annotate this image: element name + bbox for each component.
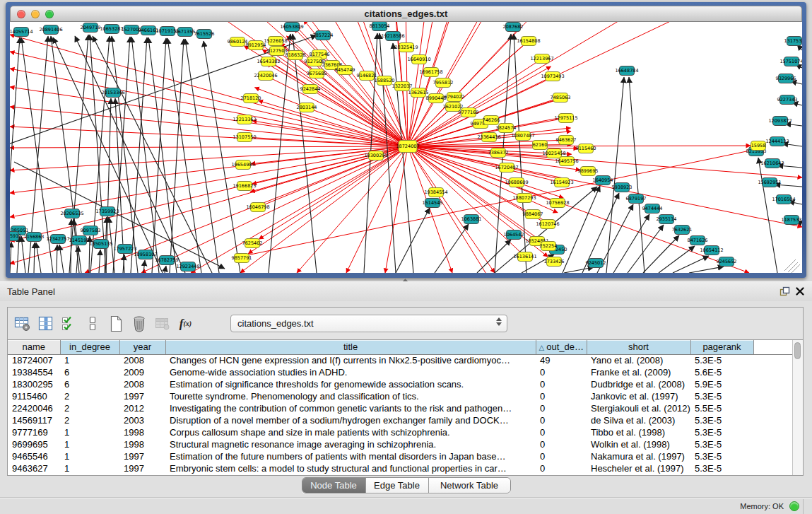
graph-node[interactable]: 12342757 — [46, 235, 69, 244]
table-cell[interactable]: 5.3E-5 — [690, 354, 753, 366]
table-cell[interactable]: 5.3E-5 — [690, 414, 753, 426]
graph-node[interactable]: 22420046 — [254, 71, 277, 81]
graph-node[interactable]: 16120746 — [536, 220, 559, 229]
table-cell[interactable]: Genome-wide association studies in ADHD. — [165, 366, 536, 378]
table-cell[interactable]: 0 — [536, 390, 587, 402]
table-cell[interactable]: 1 — [60, 438, 119, 450]
graph-node[interactable]: 10756928 — [546, 199, 569, 208]
network-view-window[interactable]: citations_edges.txt 18724007140557142089… — [6, 2, 806, 278]
graph-node[interactable]: 10958107 — [134, 250, 157, 259]
column-header-pagerank[interactable]: pagerank — [690, 340, 753, 354]
table-cell[interactable]: 22420046 — [8, 402, 60, 414]
table-cell[interactable]: 2008 — [119, 354, 165, 366]
tab-edge-table[interactable]: Edge Table — [366, 478, 429, 493]
graph-node[interactable]: 15751074 — [779, 57, 802, 66]
graph-node[interactable]: 8813054 — [370, 22, 390, 31]
column-header-title[interactable]: title — [165, 340, 536, 354]
graph-node[interactable]: 1640954 — [593, 176, 613, 185]
table-cell[interactable]: 0 — [536, 462, 587, 474]
table-cell[interactable]: 9463627 — [8, 462, 60, 474]
graph-node[interactable]: 8186328 — [286, 51, 306, 60]
graph-node[interactable]: 7615526 — [194, 30, 215, 39]
table-cell[interactable]: 5.6E-5 — [690, 366, 753, 378]
tab-network-table[interactable]: Network Table — [429, 478, 510, 493]
graph-node[interactable]: 8454749 — [335, 66, 355, 75]
graph-node[interactable]: 9860124 — [228, 37, 248, 47]
table-cell[interactable]: 0 — [536, 402, 587, 414]
graph-node[interactable]: 16640910 — [407, 55, 430, 64]
graph-node[interactable]: 9777169 — [459, 108, 479, 117]
create-column-button[interactable] — [106, 314, 125, 333]
graph-node[interactable]: 252254 — [540, 242, 558, 251]
graph-node[interactable]: 9884067 — [523, 210, 543, 219]
table-cell[interactable]: 9465546 — [8, 450, 60, 462]
network-graph[interactable]: 1872400714055714208914062049719106532871… — [10, 22, 802, 273]
table-cell[interactable]: 49 — [536, 354, 587, 366]
table-cell[interactable]: Stergiakouli et al. (2012) — [587, 402, 690, 414]
graph-node[interactable]: 1317533 — [784, 37, 802, 46]
table-cell[interactable]: 0 — [536, 450, 587, 462]
table-cell[interactable]: 6 — [60, 378, 119, 390]
graph-node[interactable]: 9097583 — [81, 226, 101, 235]
table-cell[interactable]: Franke et al. (2009) — [587, 366, 690, 378]
table-cell[interactable]: 1 — [60, 354, 119, 366]
show-columns-button[interactable] — [36, 314, 55, 333]
graph-node[interactable]: 14055714 — [10, 28, 33, 37]
graph-node[interactable]: 7485063 — [551, 93, 571, 103]
table-cell[interactable]: 1 — [60, 450, 119, 462]
table-cell[interactable]: 1 — [60, 426, 119, 438]
table-cell[interactable]: Nakamura et al. (1997) — [587, 450, 690, 462]
table-row[interactable]: 2242004622012Investigating the contribut… — [8, 402, 792, 414]
graph-node[interactable]: 18325419 — [394, 43, 418, 52]
tab-node-table[interactable]: Node Table — [302, 478, 366, 493]
graph-node[interactable]: 17016504 — [772, 195, 795, 204]
table-cell[interactable]: Structural magnetic resonance image aver… — [165, 438, 536, 450]
table-cell[interactable]: 19384554 — [8, 366, 60, 378]
table-vertical-scrollbar[interactable] — [792, 340, 803, 475]
graph-node[interactable]: 1145195 — [69, 236, 90, 245]
graph-node[interactable]: 1063881 — [461, 215, 482, 224]
table-cell[interactable] — [753, 426, 792, 438]
table-cell[interactable]: 5.3E-5 — [690, 390, 753, 402]
graph-node[interactable]: 62160 — [533, 141, 548, 150]
graph-node[interactable]: 2803144 — [297, 103, 317, 112]
table-cell[interactable]: 2012 — [119, 402, 165, 414]
graph-node[interactable]: 16720407 — [495, 163, 518, 173]
table-cell[interactable]: 1997 — [119, 462, 165, 474]
table-cell[interactable]: 0 — [536, 438, 587, 450]
table-cell[interactable] — [753, 462, 792, 474]
graph-node[interactable]: 16154808 — [517, 37, 540, 46]
graph-node[interactable]: 12975115 — [554, 114, 577, 123]
table-cell[interactable]: 6 — [60, 366, 119, 378]
graph-node[interactable]: 9245652 — [717, 257, 737, 267]
network-canvas[interactable]: 1872400714055714208914062049719106532871… — [10, 22, 802, 273]
table-cell[interactable]: de Silva et al. (2003) — [587, 414, 690, 426]
graph-node[interactable]: 3675685 — [307, 69, 327, 78]
graph-node[interactable]: 16648784 — [615, 66, 638, 76]
table-cell[interactable] — [753, 414, 792, 426]
table-cell[interactable]: 1998 — [119, 426, 165, 438]
graph-node[interactable]: 9242844 — [300, 85, 321, 94]
close-window-button[interactable] — [17, 10, 25, 18]
graph-node[interactable]: 15958 — [751, 141, 766, 151]
table-cell[interactable] — [753, 402, 792, 414]
graph-node[interactable]: 7386372 — [488, 148, 509, 158]
table-cell[interactable]: 9777169 — [8, 426, 60, 438]
table-cell[interactable]: 0 — [536, 366, 587, 378]
graph-node[interactable]: 9115460 — [576, 144, 596, 153]
table-cell[interactable] — [753, 354, 792, 366]
graph-node[interactable]: 13107550 — [233, 133, 256, 142]
graph-node[interactable]: 16782759 — [155, 256, 178, 265]
table-cell[interactable]: Yano et al. (2008) — [587, 354, 690, 366]
table-cell[interactable]: Wolkin et al. (1998) — [587, 438, 690, 450]
table-selector-dropdown[interactable]: citations_edges.txt — [230, 315, 507, 332]
table-cell[interactable]: 5.3E-5 — [690, 450, 753, 462]
column-header-name[interactable]: name — [8, 340, 60, 354]
table-cell[interactable]: Tibbo et al. (1998) — [587, 426, 690, 438]
graph-node[interactable]: 16543382 — [257, 57, 280, 66]
table-cell[interactable]: 14569117 — [8, 414, 60, 426]
graph-node[interactable]: 1733426 — [544, 257, 565, 267]
graph-node[interactable]: 9474444 — [642, 204, 663, 214]
column-header-short[interactable]: short — [587, 340, 690, 354]
graph-node[interactable]: 1064542 — [504, 230, 524, 240]
